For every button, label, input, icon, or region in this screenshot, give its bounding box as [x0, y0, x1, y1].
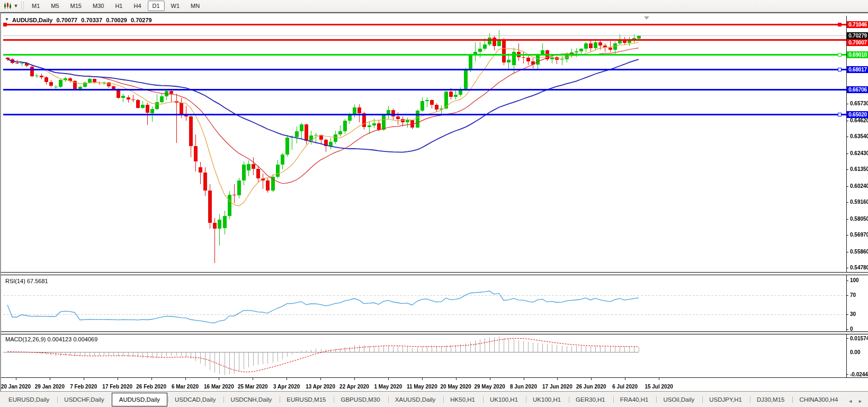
- mt4-window: ▼ M1M5M15M30H1H4D1W1MN 0.000.710460.7027…: [0, 0, 868, 407]
- tab-scroll-right-icon[interactable]: ►: [858, 399, 863, 404]
- x-axis-date-label: 29 May 2020: [474, 384, 505, 390]
- timeframe-button-m1[interactable]: M1: [27, 1, 44, 11]
- chart-tab-eurusd-daily[interactable]: EURUSD,Daily: [1, 393, 57, 406]
- toolbar-grip: [21, 2, 24, 10]
- chart-tab-ger30-h1[interactable]: GER30,H1: [568, 393, 613, 406]
- chart-menu-arrow-icon[interactable]: ▼: [5, 17, 9, 22]
- x-axis-date-label: 3 Apr 2020: [273, 384, 300, 390]
- chart-tab-usdjpy-h1[interactable]: USDJPY,H1: [702, 393, 749, 406]
- x-axis-date-label: 26 Jun 2020: [576, 384, 606, 390]
- rsi-axis-label: 100: [850, 278, 859, 283]
- y-axis-tick-label: 0.64620: [850, 118, 868, 123]
- x-axis-date-label: 20 May 2020: [440, 384, 471, 390]
- macd-indicator-label: MACD(12,26,9) 0.004123 0.004069: [5, 336, 97, 342]
- y-axis-tick-label: 0.65730: [850, 101, 868, 106]
- level-line-handle[interactable]: [838, 68, 842, 71]
- x-axis-date-label: 15 Jul 2020: [645, 384, 673, 390]
- horizontal-level-line[interactable]: [3, 69, 846, 70]
- chart-tab-usdcnh-daily[interactable]: USDCNH,Daily: [223, 393, 279, 406]
- chart-tab-uk100-h1[interactable]: UK100,H1: [482, 393, 525, 406]
- timeframe-button-m15[interactable]: M15: [66, 1, 86, 11]
- level-price-badge: 0.69010: [847, 51, 868, 58]
- chart-tab-uk100-h1[interactable]: UK100,H1: [525, 393, 568, 406]
- x-axis-date-label: 29 Jan 2020: [35, 384, 65, 390]
- level-price-badge: 0.66706: [847, 86, 868, 93]
- chart-tab-usoil-daily[interactable]: USOil,Daily: [656, 393, 702, 406]
- x-axis-date-label: 1 May 2020: [374, 384, 402, 390]
- chart-type-dropdown-caret-icon[interactable]: ▼: [13, 3, 19, 8]
- y-axis-tick-label: 0.60240: [850, 184, 868, 189]
- x-axis-date-label: 22 Apr 2020: [339, 384, 369, 390]
- timeframe-buttons: M1M5M15M30H1H4D1W1MN: [27, 1, 206, 11]
- x-axis-date-label: 6 Jul 2020: [612, 384, 638, 390]
- chart-tab-dj30-m15[interactable]: DJ30,M15: [749, 393, 792, 406]
- chart-shift-marker[interactable]: [644, 16, 649, 20]
- level-price-badge: 0.70007: [847, 39, 868, 46]
- x-axis-date-label: 8 Jun 2020: [510, 384, 537, 390]
- current-price-badge: 0.70279: [847, 32, 868, 39]
- chart-tab-china300-h4[interactable]: CHINA300,H4: [792, 393, 845, 406]
- horizontal-level-line[interactable]: [3, 89, 846, 91]
- x-axis-date-label: 7 Feb 2020: [70, 384, 97, 390]
- chart-tab-usdcad-daily[interactable]: USDCAD,Daily: [167, 393, 223, 406]
- chart-tab-xauusd-daily[interactable]: XAUUSD,Daily: [388, 393, 443, 406]
- y-axis-tick-label: 0.59160: [850, 200, 868, 205]
- chart-tab-audusd-daily[interactable]: AUDUSD,Daily: [112, 393, 167, 406]
- chart-type-icon[interactable]: [2, 1, 13, 11]
- y-axis-tick-label: 0.56970: [850, 232, 868, 238]
- rsi-axis-label: 30: [850, 312, 856, 317]
- horizontal-level-line[interactable]: [3, 114, 846, 115]
- current-price-line: [3, 35, 846, 36]
- rsi-indicator-label: RSI(14) 67.5681: [5, 278, 48, 284]
- level-price-badge: 0.68017: [847, 66, 868, 73]
- chart-window: 0.000.710460.702790.700070.690100.680170…: [0, 12, 868, 391]
- x-axis-date-label: 16 Mar 2020: [204, 384, 234, 390]
- level-line-handle[interactable]: [838, 23, 842, 26]
- chart-title: AUDUSD,Daily 0.70077 0.70337 0.70029 0.7…: [12, 17, 154, 23]
- timeframe-button-m5[interactable]: M5: [46, 1, 64, 11]
- chart-tab-eurusd-m15[interactable]: EURUSD,M15: [279, 393, 333, 406]
- timeframe-button-m30[interactable]: M30: [88, 1, 109, 11]
- macd-axis-zero: 0.00: [850, 350, 860, 355]
- level-line-handle[interactable]: [838, 53, 842, 57]
- panel-border: [1, 377, 868, 378]
- timeframe-button-h4[interactable]: H4: [129, 1, 146, 11]
- panel-separator[interactable]: [1, 272, 868, 275]
- horizontal-level-line[interactable]: [3, 54, 846, 56]
- macd-axis-top: 0.015741: [850, 336, 868, 341]
- chart-tab-gbpusd-m30[interactable]: GBPUSD,M30: [333, 393, 387, 406]
- y-axis-tick-label: 0.58050: [850, 216, 868, 222]
- horizontal-level-line[interactable]: [3, 24, 846, 25]
- x-axis-date-label: 6 Mar 2020: [172, 384, 199, 390]
- x-axis-date-label: 17 Jun 2020: [542, 384, 572, 390]
- chart-symbol-label: AUDUSD,Daily: [12, 17, 52, 23]
- x-axis-date-strip: 20 Jan 202029 Jan 20207 Feb 202017 Feb 2…: [1, 381, 868, 392]
- macd-axis-bottom: -0.024412: [850, 372, 868, 377]
- chart-tab-fra40-h1[interactable]: FRA40,H1: [613, 393, 656, 406]
- timeframe-button-w1[interactable]: W1: [166, 1, 185, 11]
- rsi-axis-label: 70: [850, 293, 856, 298]
- horizontal-level-line[interactable]: [3, 39, 846, 41]
- ohlc-high: 0.70337: [81, 17, 102, 23]
- tab-scroll-left-icon[interactable]: ◄: [848, 399, 853, 404]
- panel-separator[interactable]: [1, 331, 868, 334]
- timeframe-button-h1[interactable]: H1: [110, 1, 127, 11]
- chart-tab-bar: EURUSD,DailyUSDCHF,DailyAUDUSD,DailyUSDC…: [0, 391, 868, 407]
- x-axis-date-label: 26 Feb 2020: [136, 384, 166, 390]
- y-axis-tick-label: 0.55860: [850, 249, 868, 255]
- y-axis-tick-label: 0.62430: [850, 151, 868, 156]
- x-axis-date-label: 20 Jan 2020: [1, 384, 31, 390]
- x-axis-date-label: 13 Apr 2020: [306, 384, 335, 390]
- timeframe-button-d1[interactable]: D1: [148, 1, 165, 11]
- level-line-handle[interactable]: [838, 113, 842, 116]
- ohlc-close: 0.70279: [131, 17, 152, 23]
- x-axis-date-label: 25 Mar 2020: [238, 384, 268, 390]
- level-line-handle[interactable]: [3, 23, 7, 26]
- timeframe-button-mn[interactable]: MN: [186, 1, 204, 11]
- chart-tab-usdchf-daily[interactable]: USDCHF,Daily: [57, 393, 111, 406]
- ohlc-open: 0.70077: [56, 17, 77, 23]
- level-price-badge: 0.71046: [847, 21, 868, 28]
- y-axis-tick-label: 0.54780: [850, 265, 868, 270]
- chart-tab-hk50-h1[interactable]: HK50,H1: [443, 393, 482, 406]
- y-axis-tick-label: 0.61350: [850, 167, 868, 172]
